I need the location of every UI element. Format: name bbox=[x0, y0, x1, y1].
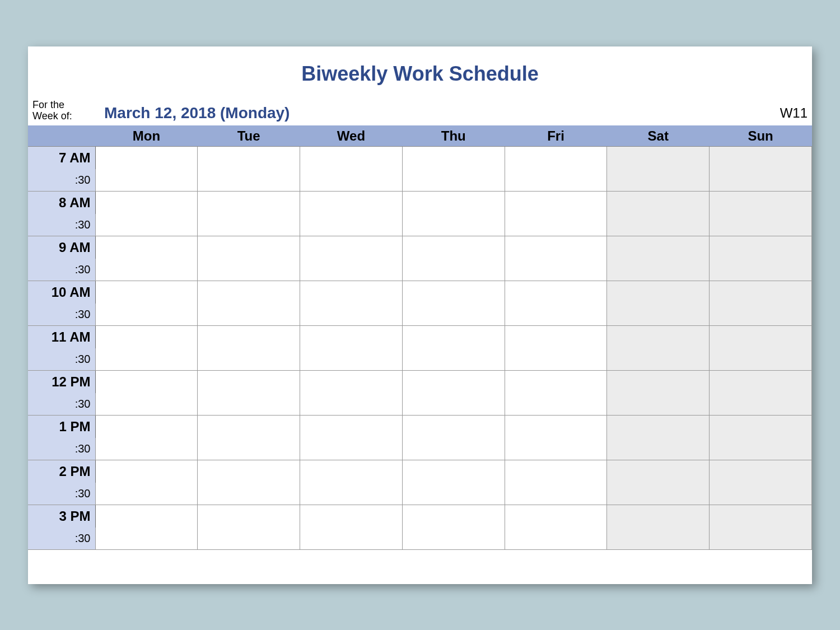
schedule-cell[interactable] bbox=[402, 236, 505, 281]
schedule-cell[interactable] bbox=[300, 505, 403, 550]
schedule-cell[interactable] bbox=[505, 326, 607, 371]
time-label-half: :30 bbox=[28, 348, 95, 371]
time-label-half: :30 bbox=[28, 169, 95, 192]
schedule-cell[interactable] bbox=[710, 371, 812, 416]
schedule-cell[interactable] bbox=[95, 460, 198, 505]
week-number: W11 bbox=[780, 105, 810, 122]
time-label-half: :30 bbox=[28, 259, 95, 281]
schedule-cell[interactable] bbox=[607, 416, 710, 460]
schedule-cell[interactable] bbox=[505, 281, 607, 326]
schedule-cell[interactable] bbox=[402, 505, 505, 550]
schedule-cell[interactable] bbox=[402, 416, 505, 460]
time-label-half: :30 bbox=[28, 438, 95, 460]
time-row: 7 AM bbox=[28, 147, 812, 169]
schedule-cell[interactable] bbox=[505, 236, 607, 281]
schedule-cell[interactable] bbox=[607, 236, 710, 281]
schedule-cell[interactable] bbox=[300, 192, 403, 236]
schedule-cell[interactable] bbox=[300, 460, 403, 505]
schedule-cell[interactable] bbox=[198, 236, 300, 281]
schedule-cell[interactable] bbox=[95, 416, 198, 460]
schedule-cell[interactable] bbox=[710, 281, 812, 326]
time-row: 10 AM bbox=[28, 281, 812, 304]
week-of-label-line1: For the bbox=[32, 99, 64, 110]
schedule-cell[interactable] bbox=[300, 147, 403, 192]
schedule-cell[interactable] bbox=[710, 460, 812, 505]
schedule-cell[interactable] bbox=[505, 192, 607, 236]
time-label-hour: 12 PM bbox=[28, 371, 95, 393]
schedule-cell[interactable] bbox=[505, 505, 607, 550]
sheet: Biweekly Work Schedule For the Week of: … bbox=[28, 46, 812, 584]
header-day-fri: Fri bbox=[505, 125, 607, 147]
schedule-cell[interactable] bbox=[607, 281, 710, 326]
schedule-cell[interactable] bbox=[95, 505, 198, 550]
schedule-cell[interactable] bbox=[198, 460, 300, 505]
time-label-hour: 1 PM bbox=[28, 416, 95, 438]
schedule-cell[interactable] bbox=[505, 371, 607, 416]
header-corner bbox=[28, 125, 95, 147]
time-row: 8 AM bbox=[28, 192, 812, 214]
header-day-thu: Thu bbox=[402, 125, 505, 147]
schedule-cell[interactable] bbox=[402, 192, 505, 236]
meta-row: For the Week of: March 12, 2018 (Monday)… bbox=[28, 99, 812, 125]
schedule-cell[interactable] bbox=[710, 236, 812, 281]
schedule-cell[interactable] bbox=[710, 505, 812, 550]
time-label-half: :30 bbox=[28, 214, 95, 236]
schedule-cell[interactable] bbox=[607, 147, 710, 192]
schedule-cell[interactable] bbox=[300, 281, 403, 326]
header-day-tue: Tue bbox=[198, 125, 300, 147]
time-label-hour: 10 AM bbox=[28, 281, 95, 304]
schedule-cell[interactable] bbox=[607, 460, 710, 505]
schedule-cell[interactable] bbox=[300, 326, 403, 371]
header-day-sun: Sun bbox=[710, 125, 812, 147]
schedule-cell[interactable] bbox=[607, 505, 710, 550]
schedule-cell[interactable] bbox=[300, 416, 403, 460]
time-label-half: :30 bbox=[28, 304, 95, 326]
schedule-cell[interactable] bbox=[402, 281, 505, 326]
schedule-cell[interactable] bbox=[198, 416, 300, 460]
schedule-cell[interactable] bbox=[710, 147, 812, 192]
schedule-cell[interactable] bbox=[198, 281, 300, 326]
schedule-cell[interactable] bbox=[198, 371, 300, 416]
schedule-cell[interactable] bbox=[402, 460, 505, 505]
schedule-cell[interactable] bbox=[198, 505, 300, 550]
schedule-cell[interactable] bbox=[198, 326, 300, 371]
schedule-cell[interactable] bbox=[607, 371, 710, 416]
time-row: 2 PM bbox=[28, 460, 812, 483]
time-row: 11 AM bbox=[28, 326, 812, 348]
schedule-cell[interactable] bbox=[198, 192, 300, 236]
schedule-cell[interactable] bbox=[505, 460, 607, 505]
time-row: 12 PM bbox=[28, 371, 812, 393]
schedule-cell[interactable] bbox=[505, 416, 607, 460]
time-label-hour: 3 PM bbox=[28, 505, 95, 528]
schedule-cell[interactable] bbox=[710, 416, 812, 460]
header-row: Mon Tue Wed Thu Fri Sat Sun bbox=[28, 125, 812, 147]
schedule-cell[interactable] bbox=[198, 147, 300, 192]
schedule-cell[interactable] bbox=[300, 371, 403, 416]
time-row: 3 PM bbox=[28, 505, 812, 528]
time-label-hour: 11 AM bbox=[28, 326, 95, 348]
schedule-cell[interactable] bbox=[710, 326, 812, 371]
time-row: 1 PM bbox=[28, 416, 812, 438]
schedule-cell[interactable] bbox=[95, 281, 198, 326]
schedule-cell[interactable] bbox=[300, 236, 403, 281]
time-label-half: :30 bbox=[28, 393, 95, 416]
schedule-cell[interactable] bbox=[95, 326, 198, 371]
schedule-cell[interactable] bbox=[95, 147, 198, 192]
schedule-cell[interactable] bbox=[505, 147, 607, 192]
week-of-label: For the Week of: bbox=[30, 99, 97, 122]
schedule-cell[interactable] bbox=[607, 326, 710, 371]
schedule-cell[interactable] bbox=[402, 371, 505, 416]
schedule-cell[interactable] bbox=[95, 236, 198, 281]
schedule-cell[interactable] bbox=[95, 192, 198, 236]
schedule-cell[interactable] bbox=[95, 371, 198, 416]
time-label-hour: 2 PM bbox=[28, 460, 95, 483]
schedule-cell[interactable] bbox=[402, 326, 505, 371]
schedule-cell[interactable] bbox=[710, 192, 812, 236]
schedule-cell[interactable] bbox=[607, 192, 710, 236]
schedule-cell[interactable] bbox=[402, 147, 505, 192]
week-of-date[interactable]: March 12, 2018 (Monday) bbox=[97, 104, 290, 122]
time-label-hour: 8 AM bbox=[28, 192, 95, 214]
header-day-mon: Mon bbox=[95, 125, 198, 147]
schedule-table: Mon Tue Wed Thu Fri Sat Sun 7 AM:308 AM:… bbox=[28, 125, 812, 550]
time-label-half: :30 bbox=[28, 528, 95, 550]
